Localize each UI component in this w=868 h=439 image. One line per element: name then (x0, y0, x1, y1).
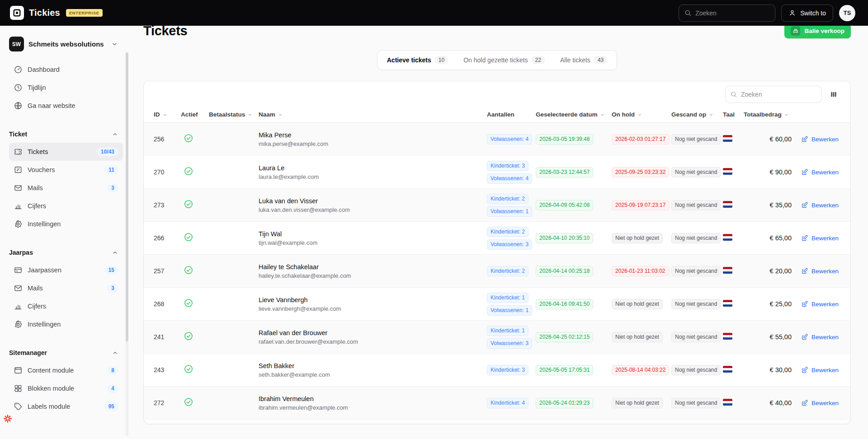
switch-to-button[interactable]: Switch to (781, 5, 833, 22)
scanned-cell: Nog niet gescand (671, 266, 723, 276)
column-header-id[interactable]: ID (154, 111, 181, 118)
sidebar-item-vouchers[interactable]: Vouchers11 (9, 161, 123, 179)
global-search-input[interactable] (695, 9, 770, 17)
blocks-icon (14, 384, 23, 393)
column-header-naam[interactable]: Naam (259, 111, 487, 118)
sidebar-item-tickets[interactable]: Tickets10/43 (9, 143, 123, 161)
sidebar-item-label: Cijfers (28, 202, 46, 210)
counts-cell: Kinderticket: 2 (487, 266, 536, 276)
edit-button[interactable]: Bewerken (801, 300, 839, 308)
workspace-selector[interactable]: SW Schmeits websolutions (9, 34, 123, 54)
check-circle-icon (184, 397, 193, 407)
selected-date-badge: 2026-04-25 02:12:15 (536, 332, 593, 342)
active-cell (181, 397, 209, 409)
section-header-ticket[interactable]: Ticket (9, 126, 123, 143)
column-header-taal[interactable]: Taal (723, 111, 744, 118)
customer-cell: Mika Persemika.perse@example.com (259, 131, 487, 147)
table-search-input[interactable] (741, 91, 817, 98)
sidebar-item-label: Instellingen (28, 321, 61, 328)
edit-icon (801, 333, 808, 341)
language-cell (723, 267, 744, 276)
dev-badge-icon[interactable] (3, 414, 13, 424)
selected-date-badge: 2026-05-05 17:05:31 (536, 365, 593, 375)
workspace-avatar: SW (9, 37, 24, 51)
edit-label: Bewerken (811, 301, 839, 308)
total-amount: € 35,00 (770, 201, 792, 209)
sidebar-item-mails[interactable]: Mails3 (9, 179, 123, 197)
edit-label: Bewerken (811, 136, 839, 143)
column-header-label: Taal (723, 111, 735, 118)
sidebar-item-labels-module[interactable]: Labels module95 (9, 397, 123, 416)
language-cell (723, 366, 744, 374)
section-header-sitemanager[interactable]: Sitemanager (9, 344, 123, 361)
column-header-actief[interactable]: Actief (181, 111, 209, 118)
customer-name: Ibrahim Vermeulen (259, 395, 487, 402)
sidebar-item-label: Mails (28, 184, 43, 191)
sidebar-item-badge: 3 (107, 184, 118, 192)
count-badge: Kinderticket: 3 (487, 161, 528, 171)
brand[interactable]: Tickies ENTERPRISE (10, 6, 103, 20)
column-header-totaalbedrag[interactable]: Totaalbedrag (744, 111, 792, 118)
section-header-jaarpas[interactable]: Jaarpas (9, 244, 123, 261)
sidebar-item-instellingen[interactable]: Instellingen (9, 315, 123, 333)
sort-chevron-icon (599, 112, 606, 118)
sidebar-item-mails[interactable]: Mails3 (9, 279, 123, 297)
counts-cell: Kinderticket: 1Volwassenen: 3 (487, 326, 536, 349)
edit-button[interactable]: Bewerken (801, 135, 839, 143)
edit-label: Bewerken (811, 334, 839, 341)
active-cell (181, 133, 209, 145)
sidebar-scrollbar-thumb[interactable] (126, 52, 128, 341)
scanned-cell: Nog niet gescand (671, 332, 723, 342)
gear-icon (14, 220, 23, 229)
column-header-gescand-op[interactable]: Gescand op (671, 111, 723, 118)
card-icon (14, 266, 23, 275)
column-header-geselecteerde-datum[interactable]: Geselecteerde datum (536, 111, 612, 118)
sidebar-item-tijdlijn[interactable]: Tijdlijn (9, 79, 123, 97)
customer-name: Lieve Vannbergh (259, 296, 487, 304)
cash-register-icon (791, 26, 800, 36)
ticket-id: 266 (154, 234, 181, 242)
sidebar-item-ga-naar-website[interactable]: Ga naar website (9, 97, 123, 115)
counts-cell: Kinderticket: 3Volwassenen: 4 (487, 161, 536, 184)
edit-button[interactable]: Bewerken (801, 234, 839, 242)
sidebar-item-dashboard[interactable]: Dashboard (9, 61, 123, 79)
tab-on-hold-gezette-tickets[interactable]: On hold gezette tickets22 (456, 51, 552, 70)
column-header-betaalstatus[interactable]: Betaalstatus (209, 111, 259, 118)
edit-button[interactable]: Bewerken (801, 399, 839, 406)
column-header-on-hold[interactable]: On hold (612, 111, 671, 118)
count-badge: Volwassenen: 4 (487, 134, 532, 145)
language-cell (723, 234, 744, 243)
tab-actieve-tickets[interactable]: Actieve tickets10 (379, 51, 456, 70)
sidebar-item-instellingen[interactable]: Instellingen (9, 215, 123, 233)
edit-button[interactable]: Bewerken (801, 168, 839, 176)
sidebar-item-blokken-module[interactable]: Blokken module4 (9, 379, 123, 397)
check-circle-icon (184, 298, 193, 308)
edit-button[interactable]: Bewerken (801, 333, 839, 341)
language-flag-nl (723, 135, 732, 142)
count-badge: Volwassenen: 4 (487, 173, 532, 184)
edit-icon (801, 135, 808, 143)
customer-cell: Laura Lelaura.le@example.com (259, 164, 487, 180)
edit-button[interactable]: Bewerken (801, 366, 839, 374)
language-flag-nl (723, 168, 732, 175)
column-header-aantallen[interactable]: Aantallen (487, 111, 536, 118)
sidebar-item-content-module[interactable]: Content module8 (9, 361, 123, 379)
global-search[interactable] (679, 5, 775, 22)
sidebar-item-jaarpassen[interactable]: Jaarpassen15 (9, 261, 123, 279)
column-header-label: ID (154, 111, 160, 118)
tab-alle-tickets[interactable]: Alle tickets43 (552, 51, 615, 70)
sidebar-item-cijfers[interactable]: Cijfers (9, 197, 123, 215)
section-title: Ticket (9, 131, 27, 138)
selected-date-badge: 2026-03-05 19:39:48 (536, 134, 593, 145)
user-avatar[interactable]: TS (839, 5, 855, 21)
on-hold-cell: 2025-08-14 04:03:22 (612, 365, 671, 375)
sidebar-item-cijfers[interactable]: Cijfers (9, 297, 123, 315)
edit-button[interactable]: Bewerken (801, 267, 839, 275)
edit-button[interactable]: Bewerken (801, 201, 839, 209)
table-search[interactable] (725, 86, 822, 103)
selected-date-cell: 2026-03-23 12:44:57 (536, 167, 612, 177)
column-settings-button[interactable] (829, 89, 839, 99)
sidebar-scrollbar[interactable] (126, 52, 128, 436)
selected-date-badge: 2026-04-10 20:35:10 (536, 233, 593, 243)
sort-chevron-icon (247, 112, 253, 118)
